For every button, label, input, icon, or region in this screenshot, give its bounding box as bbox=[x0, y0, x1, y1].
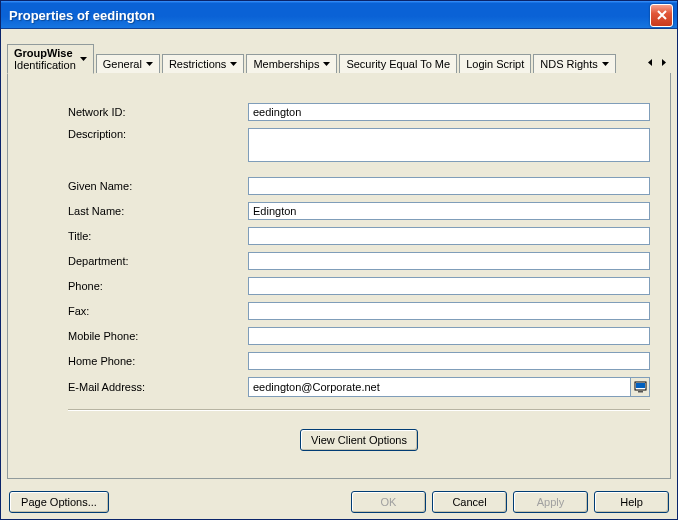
mobile-phone-field[interactable] bbox=[248, 327, 650, 345]
given-name-field[interactable] bbox=[248, 177, 650, 195]
phone-field[interactable] bbox=[248, 277, 650, 295]
tab-security-equal[interactable]: Security Equal To Me bbox=[339, 54, 457, 74]
email-field[interactable] bbox=[249, 378, 630, 396]
tab-restrictions[interactable]: Restrictions bbox=[162, 54, 244, 74]
label-email: E-Mail Address: bbox=[68, 381, 248, 393]
label-fax: Fax: bbox=[68, 305, 248, 317]
tab-label: General bbox=[103, 58, 142, 70]
properties-window: Properties of eedington GroupWise Identi… bbox=[0, 0, 678, 520]
chevron-down-icon bbox=[146, 62, 153, 66]
label-home-phone: Home Phone: bbox=[68, 355, 248, 367]
network-id-field[interactable] bbox=[248, 103, 650, 121]
tab-label: GroupWise bbox=[14, 47, 73, 59]
tab-scroll-right[interactable] bbox=[657, 53, 671, 71]
page-options-button[interactable]: Page Options... bbox=[9, 491, 109, 513]
tab-login-script[interactable]: Login Script bbox=[459, 54, 531, 74]
tab-label: NDS Rights bbox=[540, 58, 597, 70]
fax-field[interactable] bbox=[248, 302, 650, 320]
help-button[interactable]: Help bbox=[594, 491, 669, 513]
tab-scroll-left[interactable] bbox=[643, 53, 657, 71]
ok-button: OK bbox=[351, 491, 426, 513]
department-field[interactable] bbox=[248, 252, 650, 270]
chevron-down-icon bbox=[602, 62, 609, 66]
label-given-name: Given Name: bbox=[68, 180, 248, 192]
description-field[interactable] bbox=[248, 128, 650, 162]
tab-nds-rights[interactable]: NDS Rights bbox=[533, 54, 615, 74]
chevron-left-icon bbox=[648, 59, 652, 66]
label-phone: Phone: bbox=[68, 280, 248, 292]
chevron-down-icon bbox=[80, 57, 87, 61]
tab-memberships[interactable]: Memberships bbox=[246, 54, 337, 74]
screen-icon bbox=[634, 381, 647, 393]
label-title: Title: bbox=[68, 230, 248, 242]
tab-bar: GroupWise Identification General Restric… bbox=[1, 29, 677, 73]
tab-label: Login Script bbox=[466, 58, 524, 70]
tab-sublabel: Identification bbox=[14, 59, 76, 71]
title-field[interactable] bbox=[248, 227, 650, 245]
dialog-button-bar: Page Options... OK Cancel Apply Help bbox=[1, 485, 677, 519]
window-title: Properties of eedington bbox=[9, 8, 650, 23]
view-client-options-button[interactable]: View Client Options bbox=[300, 429, 418, 451]
cancel-button[interactable]: Cancel bbox=[432, 491, 507, 513]
label-mobile-phone: Mobile Phone: bbox=[68, 330, 248, 342]
tab-scroll-controls bbox=[643, 53, 671, 73]
close-icon bbox=[657, 10, 667, 20]
label-description: Description: bbox=[68, 128, 248, 140]
chevron-down-icon bbox=[323, 62, 330, 66]
tab-label: Security Equal To Me bbox=[346, 58, 450, 70]
tab-groupwise[interactable]: GroupWise Identification bbox=[7, 44, 94, 74]
label-network-id: Network ID: bbox=[68, 106, 248, 118]
titlebar: Properties of eedington bbox=[1, 1, 677, 29]
last-name-field[interactable] bbox=[248, 202, 650, 220]
svg-rect-1 bbox=[636, 383, 645, 388]
chevron-right-icon bbox=[662, 59, 666, 66]
divider bbox=[68, 409, 650, 411]
chevron-down-icon bbox=[230, 62, 237, 66]
label-last-name: Last Name: bbox=[68, 205, 248, 217]
apply-button: Apply bbox=[513, 491, 588, 513]
identification-form: Network ID: Description: Given Name: Las… bbox=[8, 73, 670, 461]
tab-general[interactable]: General bbox=[96, 54, 160, 74]
home-phone-field[interactable] bbox=[248, 352, 650, 370]
svg-rect-2 bbox=[638, 391, 643, 393]
content-panel: Network ID: Description: Given Name: Las… bbox=[7, 73, 671, 479]
tab-label: Memberships bbox=[253, 58, 319, 70]
email-field-wrap bbox=[248, 377, 650, 397]
tab-label: Restrictions bbox=[169, 58, 226, 70]
email-addresses-button[interactable] bbox=[630, 378, 649, 396]
label-department: Department: bbox=[68, 255, 248, 267]
close-button[interactable] bbox=[650, 4, 673, 27]
